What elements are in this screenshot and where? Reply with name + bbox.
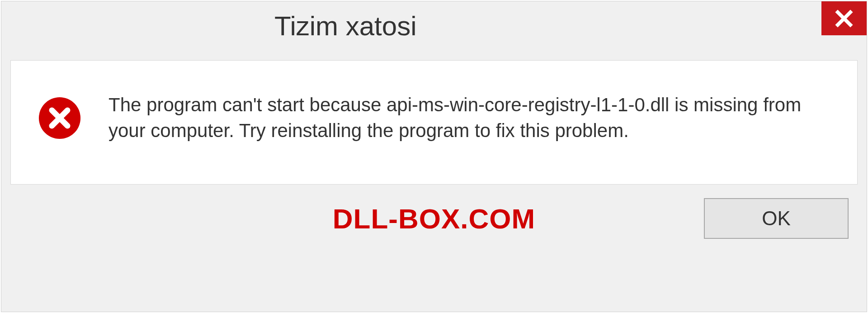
ok-button[interactable]: OK bbox=[704, 198, 849, 239]
dialog-title: Tizim xatosi bbox=[274, 10, 416, 42]
dialog-footer: DLL-BOX.COM OK bbox=[1, 194, 867, 252]
close-button[interactable] bbox=[821, 1, 867, 35]
titlebar: Tizim xatosi bbox=[1, 1, 867, 56]
close-icon bbox=[835, 9, 854, 28]
error-dialog: Tizim xatosi The program can't start bec… bbox=[1, 1, 867, 312]
content-panel: The program can't start because api-ms-w… bbox=[10, 60, 858, 185]
watermark-text: DLL-BOX.COM bbox=[333, 203, 535, 235]
error-message: The program can't start because api-ms-w… bbox=[108, 92, 823, 143]
error-icon bbox=[38, 96, 81, 140]
